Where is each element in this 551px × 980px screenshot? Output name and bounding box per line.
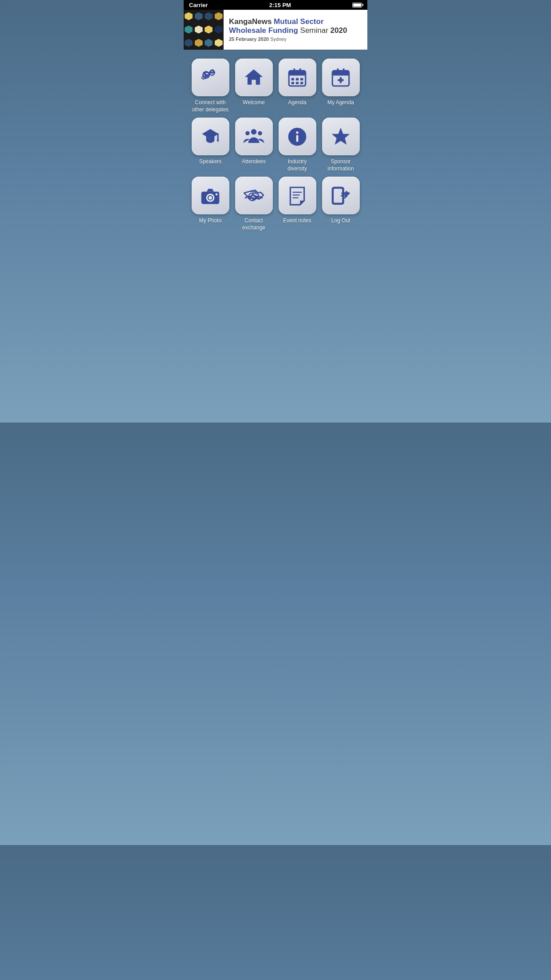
handshake-icon [243, 185, 265, 207]
svg-rect-4 [202, 74, 204, 75]
group-icon [243, 126, 265, 148]
log-out-label: Log Out [331, 217, 350, 225]
grid-item-attendees[interactable]: Attendees [234, 118, 273, 172]
svg-rect-20 [291, 78, 294, 80]
time-display: 2:15 PM [269, 2, 291, 8]
attendees-label: Attendees [242, 158, 266, 166]
contact-exchange-button[interactable] [235, 177, 273, 214]
svg-rect-3 [205, 77, 207, 79]
carrier-label: Carrier [189, 2, 208, 8]
header-text: KangaNews Mutual Sector Wholesale Fundin… [224, 14, 367, 46]
svg-rect-18 [293, 68, 295, 73]
connect-label: Connect with other delegates [191, 99, 230, 113]
svg-point-44 [209, 196, 212, 200]
gears-icon [199, 67, 221, 89]
bottom-background [184, 245, 367, 423]
grid-item-log-out[interactable]: Log Out [321, 177, 360, 231]
grid-item-my-photo[interactable]: My Photo [191, 177, 230, 231]
svg-rect-21 [296, 78, 299, 80]
grid-item-sponsor-information[interactable]: Sponsor information [321, 118, 360, 172]
status-bar: Carrier 2:15 PM [184, 0, 367, 10]
agenda-label: Agenda [288, 99, 306, 107]
welcome-button[interactable] [235, 59, 273, 96]
event-date: 25 February 2020 [229, 36, 269, 42]
svg-rect-23 [291, 82, 294, 84]
info-icon [286, 126, 308, 148]
brand-mutual: Mutual Sector [274, 17, 323, 26]
speakers-label: Speakers [199, 158, 222, 166]
brand-seminar: Seminar 2020 [298, 26, 347, 35]
grid-item-my-agenda[interactable]: My Agenda [321, 59, 360, 113]
grid-item-connect[interactable]: Connect with other delegates [191, 59, 230, 113]
brand-kanga: KangaNews [229, 17, 274, 26]
attendees-button[interactable] [235, 118, 273, 155]
calendar-plus-icon [330, 67, 352, 89]
svg-rect-28 [337, 68, 338, 73]
svg-rect-2 [205, 71, 207, 72]
svg-rect-33 [217, 133, 219, 139]
status-icons [352, 3, 362, 8]
welcome-label: Welcome [243, 99, 265, 107]
log-out-button[interactable] [322, 177, 360, 214]
brand-wholesale: Wholesale Funding [229, 26, 298, 35]
my-agenda-label: My Agenda [327, 99, 354, 107]
svg-marker-32 [202, 129, 219, 139]
svg-point-45 [216, 193, 218, 195]
svg-point-11 [211, 72, 213, 74]
logout-icon [330, 185, 352, 207]
grid-item-event-notes[interactable]: Event notes [278, 177, 317, 231]
main-grid: Connect with other delegates Welcome [184, 50, 367, 245]
svg-marker-41 [332, 127, 350, 144]
svg-rect-31 [338, 79, 344, 81]
svg-rect-27 [332, 71, 349, 75]
event-city: Sydney [270, 36, 287, 42]
event-notes-button[interactable] [279, 177, 316, 214]
brand-name: KangaNews Mutual Sector Wholesale Fundin… [229, 17, 362, 36]
star-icon [330, 126, 352, 148]
grid-item-welcome[interactable]: Welcome [234, 59, 273, 113]
svg-rect-15 [214, 72, 215, 73]
svg-point-37 [258, 131, 262, 135]
graduation-icon [199, 126, 221, 148]
speakers-button[interactable] [192, 118, 229, 155]
sponsor-information-button[interactable] [322, 118, 360, 155]
industry-diversity-label: Industry diversity [278, 158, 317, 172]
app-header: KangaNews Mutual Sector Wholesale Fundin… [184, 10, 367, 50]
battery-icon [352, 3, 362, 8]
svg-rect-29 [343, 68, 345, 73]
agenda-button[interactable] [279, 59, 316, 96]
connect-button[interactable] [192, 59, 229, 96]
industry-diversity-button[interactable] [279, 118, 316, 155]
svg-rect-22 [300, 78, 303, 80]
svg-point-48 [257, 198, 259, 200]
my-agenda-button[interactable] [322, 59, 360, 96]
grid-item-speakers[interactable]: Speakers [191, 118, 230, 172]
svg-point-36 [245, 131, 249, 135]
my-photo-button[interactable] [192, 177, 229, 214]
note-icon [286, 185, 308, 207]
event-details: 25 February 2020 Sydney [229, 36, 362, 42]
svg-marker-34 [216, 139, 219, 142]
svg-rect-40 [296, 135, 299, 142]
grid-item-agenda[interactable]: Agenda [278, 59, 317, 113]
home-icon [243, 67, 265, 89]
my-photo-label: My Photo [199, 217, 222, 225]
svg-rect-25 [300, 82, 303, 84]
sponsor-information-label: Sponsor information [321, 158, 360, 172]
svg-rect-12 [211, 70, 213, 71]
svg-point-39 [296, 131, 298, 134]
svg-point-47 [248, 198, 251, 200]
svg-point-1 [205, 74, 207, 76]
grid-item-industry-diversity[interactable]: Industry diversity [278, 118, 317, 172]
svg-point-35 [251, 129, 257, 135]
svg-rect-24 [296, 82, 299, 84]
calendar-icon [286, 67, 308, 89]
grid-item-contact-exchange[interactable]: Contact exchange [234, 177, 273, 231]
svg-rect-14 [209, 72, 210, 73]
svg-rect-17 [289, 71, 306, 75]
camera-icon [199, 185, 221, 207]
logo-pattern [184, 10, 224, 50]
contact-exchange-label: Contact exchange [234, 217, 273, 231]
event-notes-label: Event notes [283, 217, 311, 225]
svg-rect-13 [211, 75, 213, 75]
